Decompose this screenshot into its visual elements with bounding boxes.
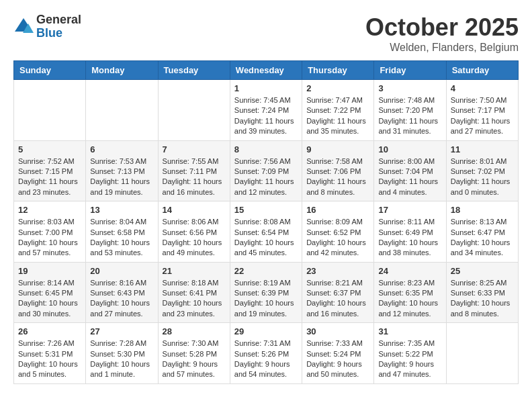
calendar-cell (158, 80, 230, 141)
calendar-cell: 30Sunrise: 7:33 AM Sunset: 5:24 PM Dayli… (302, 323, 374, 384)
day-info: Sunrise: 7:47 AM Sunset: 7:22 PM Dayligh… (306, 95, 369, 137)
calendar-cell: 13Sunrise: 8:04 AM Sunset: 6:58 PM Dayli… (86, 201, 158, 263)
day-info: Sunrise: 8:03 AM Sunset: 7:00 PM Dayligh… (18, 217, 81, 259)
day-info: Sunrise: 7:58 AM Sunset: 7:06 PM Dayligh… (306, 156, 369, 198)
calendar-cell: 20Sunrise: 8:16 AM Sunset: 6:43 PM Dayli… (86, 262, 158, 323)
day-number: 8 (234, 144, 298, 154)
calendar-cell: 29Sunrise: 7:31 AM Sunset: 5:26 PM Dayli… (230, 323, 302, 384)
day-info: Sunrise: 7:35 AM Sunset: 5:22 PM Dayligh… (378, 338, 441, 380)
day-info: Sunrise: 7:56 AM Sunset: 7:09 PM Dayligh… (234, 156, 298, 198)
logo-general-text: General (36, 13, 81, 27)
day-number: 11 (451, 144, 514, 154)
day-info: Sunrise: 8:11 AM Sunset: 6:49 PM Dayligh… (378, 217, 441, 259)
day-number: 26 (18, 326, 81, 336)
calendar-cell: 18Sunrise: 8:13 AM Sunset: 6:47 PM Dayli… (446, 201, 518, 263)
day-number: 17 (378, 205, 441, 215)
day-number: 24 (378, 266, 441, 276)
day-info: Sunrise: 7:55 AM Sunset: 7:11 PM Dayligh… (163, 156, 226, 198)
day-info: Sunrise: 8:25 AM Sunset: 6:33 PM Dayligh… (451, 278, 514, 320)
calendar-cell: 7Sunrise: 7:55 AM Sunset: 7:11 PM Daylig… (158, 140, 230, 201)
day-info: Sunrise: 8:23 AM Sunset: 6:35 PM Dayligh… (378, 278, 441, 320)
day-number: 16 (306, 205, 369, 215)
calendar-cell: 31Sunrise: 7:35 AM Sunset: 5:22 PM Dayli… (374, 323, 446, 384)
day-header-sunday: Sunday (14, 61, 86, 80)
day-info: Sunrise: 7:30 AM Sunset: 5:28 PM Dayligh… (163, 338, 226, 380)
day-number: 21 (163, 266, 226, 276)
day-info: Sunrise: 8:21 AM Sunset: 6:37 PM Dayligh… (306, 278, 369, 320)
day-info: Sunrise: 8:00 AM Sunset: 7:04 PM Dayligh… (378, 156, 441, 198)
day-number: 7 (163, 144, 226, 154)
day-info: Sunrise: 7:52 AM Sunset: 7:15 PM Dayligh… (18, 156, 81, 198)
calendar: SundayMondayTuesdayWednesdayThursdayFrid… (13, 60, 519, 384)
day-info: Sunrise: 7:53 AM Sunset: 7:13 PM Dayligh… (90, 156, 153, 198)
header: General Blue October 2025 Welden, Flande… (13, 13, 519, 54)
calendar-header-row: SundayMondayTuesdayWednesdayThursdayFrid… (14, 61, 519, 80)
day-header-tuesday: Tuesday (158, 61, 230, 80)
calendar-body: 1Sunrise: 7:45 AM Sunset: 7:24 PM Daylig… (14, 80, 519, 384)
day-number: 3 (378, 83, 441, 93)
day-info: Sunrise: 7:48 AM Sunset: 7:20 PM Dayligh… (378, 95, 441, 137)
calendar-cell: 16Sunrise: 8:09 AM Sunset: 6:52 PM Dayli… (302, 201, 374, 263)
day-header-monday: Monday (86, 61, 158, 80)
day-number: 4 (451, 83, 514, 93)
calendar-cell (14, 80, 86, 141)
calendar-cell (86, 80, 158, 141)
day-number: 30 (306, 326, 369, 336)
week-row-2: 5Sunrise: 7:52 AM Sunset: 7:15 PM Daylig… (14, 140, 519, 201)
day-number: 5 (18, 144, 81, 154)
day-number: 31 (378, 326, 441, 336)
day-info: Sunrise: 8:01 AM Sunset: 7:02 PM Dayligh… (451, 156, 514, 198)
calendar-cell: 4Sunrise: 7:50 AM Sunset: 7:17 PM Daylig… (446, 80, 518, 141)
calendar-cell: 10Sunrise: 8:00 AM Sunset: 7:04 PM Dayli… (374, 140, 446, 201)
day-info: Sunrise: 8:09 AM Sunset: 6:52 PM Dayligh… (306, 217, 369, 259)
day-info: Sunrise: 8:06 AM Sunset: 6:56 PM Dayligh… (163, 217, 226, 259)
calendar-cell: 14Sunrise: 8:06 AM Sunset: 6:56 PM Dayli… (158, 201, 230, 263)
day-info: Sunrise: 7:31 AM Sunset: 5:26 PM Dayligh… (234, 338, 298, 380)
calendar-cell: 9Sunrise: 7:58 AM Sunset: 7:06 PM Daylig… (302, 140, 374, 201)
week-row-5: 26Sunrise: 7:26 AM Sunset: 5:31 PM Dayli… (14, 323, 519, 384)
calendar-cell: 19Sunrise: 8:14 AM Sunset: 6:45 PM Dayli… (14, 262, 86, 323)
day-info: Sunrise: 7:26 AM Sunset: 5:31 PM Dayligh… (18, 338, 81, 380)
day-header-friday: Friday (374, 61, 446, 80)
day-number: 13 (90, 205, 153, 215)
day-number: 25 (451, 266, 514, 276)
day-number: 28 (163, 326, 226, 336)
day-info: Sunrise: 8:13 AM Sunset: 6:47 PM Dayligh… (451, 217, 514, 259)
day-info: Sunrise: 8:16 AM Sunset: 6:43 PM Dayligh… (90, 278, 153, 320)
calendar-cell: 17Sunrise: 8:11 AM Sunset: 6:49 PM Dayli… (374, 201, 446, 263)
day-info: Sunrise: 8:14 AM Sunset: 6:45 PM Dayligh… (18, 278, 81, 320)
day-number: 19 (18, 266, 81, 276)
logo-blue-text: Blue (36, 27, 81, 40)
day-number: 9 (306, 144, 369, 154)
calendar-cell: 6Sunrise: 7:53 AM Sunset: 7:13 PM Daylig… (86, 140, 158, 201)
calendar-cell: 8Sunrise: 7:56 AM Sunset: 7:09 PM Daylig… (230, 140, 302, 201)
calendar-cell: 1Sunrise: 7:45 AM Sunset: 7:24 PM Daylig… (230, 80, 302, 141)
day-info: Sunrise: 8:08 AM Sunset: 6:54 PM Dayligh… (234, 217, 298, 259)
calendar-cell: 12Sunrise: 8:03 AM Sunset: 7:00 PM Dayli… (14, 201, 86, 263)
calendar-cell: 2Sunrise: 7:47 AM Sunset: 7:22 PM Daylig… (302, 80, 374, 141)
day-number: 29 (234, 326, 298, 336)
calendar-cell: 23Sunrise: 8:21 AM Sunset: 6:37 PM Dayli… (302, 262, 374, 323)
day-info: Sunrise: 8:19 AM Sunset: 6:39 PM Dayligh… (234, 278, 298, 320)
day-number: 12 (18, 205, 81, 215)
day-number: 27 (90, 326, 153, 336)
logo-icon (13, 17, 34, 37)
day-info: Sunrise: 8:18 AM Sunset: 6:41 PM Dayligh… (163, 278, 226, 320)
calendar-cell: 28Sunrise: 7:30 AM Sunset: 5:28 PM Dayli… (158, 323, 230, 384)
calendar-cell: 21Sunrise: 8:18 AM Sunset: 6:41 PM Dayli… (158, 262, 230, 323)
day-number: 10 (378, 144, 441, 154)
calendar-cell: 24Sunrise: 8:23 AM Sunset: 6:35 PM Dayli… (374, 262, 446, 323)
day-number: 18 (451, 205, 514, 215)
day-number: 6 (90, 144, 153, 154)
day-info: Sunrise: 7:33 AM Sunset: 5:24 PM Dayligh… (306, 338, 369, 380)
logo-text: General Blue (36, 13, 81, 40)
calendar-cell: 15Sunrise: 8:08 AM Sunset: 6:54 PM Dayli… (230, 201, 302, 263)
day-header-wednesday: Wednesday (230, 61, 302, 80)
week-row-4: 19Sunrise: 8:14 AM Sunset: 6:45 PM Dayli… (14, 262, 519, 323)
day-number: 22 (234, 266, 298, 276)
title-area: October 2025 Welden, Flanders, Belgium (365, 13, 519, 54)
calendar-cell: 11Sunrise: 8:01 AM Sunset: 7:02 PM Dayli… (446, 140, 518, 201)
day-number: 20 (90, 266, 153, 276)
day-info: Sunrise: 7:45 AM Sunset: 7:24 PM Dayligh… (234, 95, 298, 137)
calendar-cell: 3Sunrise: 7:48 AM Sunset: 7:20 PM Daylig… (374, 80, 446, 141)
